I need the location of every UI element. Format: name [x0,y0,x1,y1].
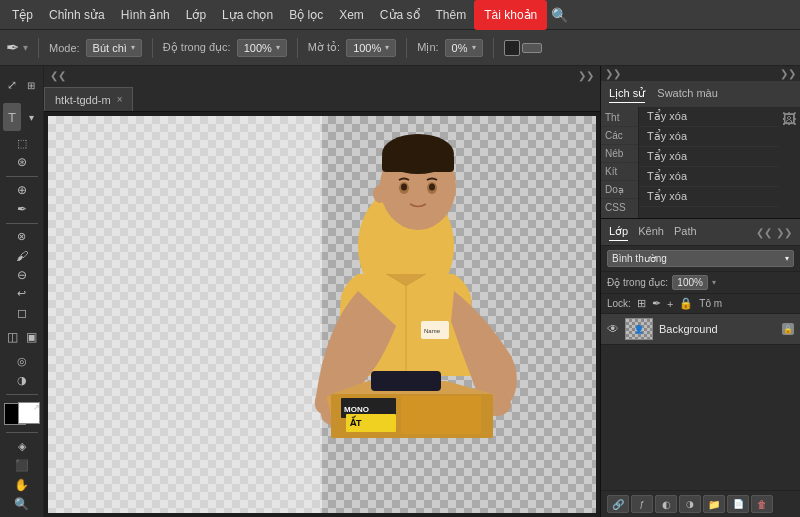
flow-dropdown[interactable]: 100% ▾ [346,39,396,57]
menu-edit[interactable]: Chỉnh sửa [41,0,113,30]
flow-label: Mờ tỏ: [308,41,340,54]
history-actions-col: Tẩy xóa Tẩy xóa Tẩy xóa Tẩy xóa Tẩy xóa [639,107,778,218]
menu-more[interactable]: Thêm [428,0,475,30]
panel-collapse-right-icon[interactable]: ❯❯ [578,70,594,81]
type-sub-tool[interactable]: ▾ [22,103,40,131]
brush-tool[interactable]: 🖌 [4,247,40,264]
dodge-tool[interactable]: ◑ [4,372,40,389]
smoothing-dropdown[interactable]: 0% ▾ [445,39,483,57]
panel-collapse-left-icon[interactable]: ❮❮ [50,70,66,81]
history-type-kit: Kít [601,163,638,181]
opacity-label: Độ trong đục: [607,277,668,288]
svg-point-8 [373,185,387,203]
select-rect-tool[interactable]: ⬚ [4,135,40,152]
crop-tool[interactable]: ⊕ [4,182,40,199]
fx-btn[interactable]: ƒ [631,495,653,513]
lock-all-icon[interactable]: 🔒 [679,297,693,310]
history-row-4[interactable]: Tẩy xóa [639,187,778,207]
brush-sub-icon: ▾ [23,42,28,53]
adjustment-btn[interactable]: ◑ [679,495,701,513]
person-figure: Name MONO [256,126,556,513]
lasso-tool[interactable]: ⊛ [4,154,40,171]
clone-stamp-tool[interactable]: ⊖ [4,266,40,283]
svg-rect-21 [371,371,441,391]
link-layers-btn[interactable]: 🔗 [607,495,629,513]
swap-colors-icon[interactable]: ↗ [33,403,40,412]
canvas-tab-close[interactable]: × [117,94,123,105]
opacity-field[interactable]: 100% [672,275,708,290]
mode-dropdown[interactable]: Bút chì ▾ [86,39,142,57]
opacity-dropdown[interactable]: 100% ▾ [237,39,287,57]
search-icon[interactable]: 🔍 [551,7,568,23]
toolbox-sep-4 [6,432,38,433]
artboard-tool[interactable]: ⊞ [22,71,40,99]
history-row-2[interactable]: Tẩy xóa [639,147,778,167]
history-row-0[interactable]: Tẩy xóa [639,107,778,127]
eraser-tool[interactable]: ◻ [4,304,40,321]
sep-3 [297,38,298,58]
canvas-area: ❮❮ ❯❯ htkt-tgdd-m × [44,66,600,517]
new-layer-btn[interactable]: 📄 [727,495,749,513]
color-swatch-bg[interactable] [522,43,542,53]
color-swatch-fg[interactable] [504,40,520,56]
lock-paint-icon[interactable]: ✒ [652,297,661,310]
history-content: Tht Các Néb Kít Doạ CSS Tẩy xóa Tẩy xóa [601,107,800,218]
history-row-3[interactable]: Tẩy xóa [639,167,778,187]
blur-tool[interactable]: ◎ [4,353,40,370]
menu-window[interactable]: Cửa sổ [372,0,428,30]
layer-visibility-icon[interactable]: 👁 [607,322,619,336]
mode-arrow-icon: ▾ [131,43,135,52]
canvas-tab-active[interactable]: htkt-tgdd-m × [44,87,133,111]
tab-channels[interactable]: Kênh [638,223,664,241]
layers-right-arrow-icon[interactable]: ❯❯ [776,227,792,238]
svg-rect-20 [401,396,481,434]
move-tool[interactable]: ⤢ [3,71,21,99]
panel-left-arrow-icon[interactable]: ❯❯ [605,68,621,79]
gradient-tool[interactable]: ◫ [3,323,21,351]
history-action-4: Tẩy xóa [647,190,687,203]
mask-mode-tool[interactable]: ◈ [4,438,40,455]
main-area: ⤢ ⊞ T ▾ ⬚ ⊛ ⊕ ✒ ⊗ 🖌 ⊖ ↩ ◻ ◫ ▣ ◎ ◑ ↗ ◈ [0,66,800,517]
menu-account[interactable]: Tài khoản [474,0,547,30]
mask-btn[interactable]: ◐ [655,495,677,513]
layers-left-arrow-icon[interactable]: ❮❮ [756,227,772,238]
paint-bucket-tool[interactable]: ▣ [22,323,40,351]
history-action-2: Tẩy xóa [647,150,687,163]
history-action-3: Tẩy xóa [647,170,687,183]
history-tabs: Lịch sử Swatch màu [609,85,718,103]
group-btn[interactable]: 📁 [703,495,725,513]
sep-1 [38,38,39,58]
menu-view[interactable]: Xem [331,0,372,30]
blend-mode-dropdown[interactable]: Bình thường ▾ [607,250,794,267]
menu-image[interactable]: Hình ảnh [113,0,178,30]
layer-background[interactable]: 👁 👤 Background 🔒 [601,314,800,345]
delete-layer-btn[interactable]: 🗑 [751,495,773,513]
tab-swatch[interactable]: Swatch màu [657,85,718,103]
opacity-value: 100% [244,42,272,54]
menu-layer[interactable]: Lớp [178,0,214,30]
menubar: Tệp Chỉnh sửa Hình ảnh Lớp Lựa chọn Bộ l… [0,0,800,30]
type-tool[interactable]: T [3,103,21,131]
lock-move-icon[interactable]: + [667,298,673,310]
zoom-tool[interactable]: 🔍 [4,495,40,512]
eyedropper-tool[interactable]: ✒ [4,201,40,218]
lock-transparency-icon[interactable]: ⊞ [637,297,646,310]
hand-tool[interactable]: ✋ [4,476,40,493]
smoothing-value: 0% [452,42,468,54]
fill-label: Tô m [699,298,794,309]
menu-select[interactable]: Lựa chọn [214,0,281,30]
opacity-arrow-icon: ▾ [276,43,280,52]
history-brush-tool[interactable]: ↩ [4,285,40,302]
canvas-viewport[interactable]: Name MONO [48,116,596,513]
menu-filter[interactable]: Bộ lọc [281,0,331,30]
menu-file[interactable]: Tệp [4,0,41,30]
history-section: Lịch sử Swatch màu Tht Các Néb Kít Doạ C… [601,81,800,219]
panel-right-arrow-icon[interactable]: ❯❯ [780,68,796,79]
screen-mode-tool[interactable]: ⬛ [4,457,40,474]
healing-tool[interactable]: ⊗ [4,228,40,245]
tab-layers[interactable]: Lớp [609,223,628,241]
tab-history[interactable]: Lịch sử [609,85,645,103]
tab-path[interactable]: Path [674,223,697,241]
history-row-1[interactable]: Tẩy xóa [639,127,778,147]
layers-empty-space [601,345,800,490]
